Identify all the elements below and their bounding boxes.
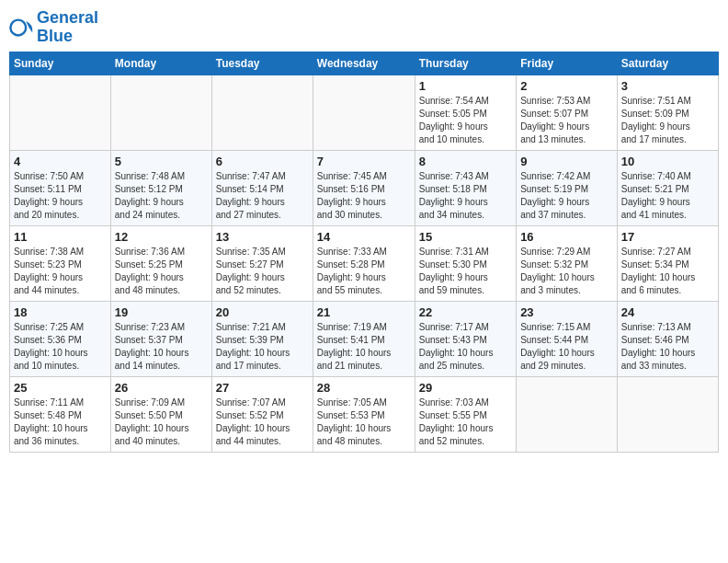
day-number: 9 <box>520 155 613 168</box>
day-number: 29 <box>419 381 512 395</box>
calendar-cell <box>211 75 313 150</box>
day-info: Sunrise: 7:09 AM Sunset: 5:50 PM Dayligh… <box>115 396 208 448</box>
day-number: 4 <box>14 155 107 168</box>
calendar-cell <box>10 75 111 150</box>
calendar-cell <box>313 75 415 150</box>
calendar-cell: 23Sunrise: 7:15 AM Sunset: 5:44 PM Dayli… <box>517 301 618 376</box>
day-info: Sunrise: 7:25 AM Sunset: 5:36 PM Dayligh… <box>14 321 107 373</box>
day-number: 23 <box>520 305 613 319</box>
column-header-saturday: Saturday <box>617 52 718 75</box>
day-number: 17 <box>621 230 714 244</box>
week-row-2: 4Sunrise: 7:50 AM Sunset: 5:11 PM Daylig… <box>10 150 719 225</box>
calendar-cell: 22Sunrise: 7:17 AM Sunset: 5:43 PM Dayli… <box>415 301 516 376</box>
day-info: Sunrise: 7:38 AM Sunset: 5:23 PM Dayligh… <box>14 246 107 297</box>
day-info: Sunrise: 7:33 AM Sunset: 5:28 PM Dayligh… <box>317 246 411 297</box>
column-header-tuesday: Tuesday <box>211 52 313 75</box>
calendar-cell: 12Sunrise: 7:36 AM Sunset: 5:25 PM Dayli… <box>110 225 211 301</box>
column-header-sunday: Sunday <box>10 52 111 75</box>
day-info: Sunrise: 7:21 AM Sunset: 5:39 PM Dayligh… <box>216 321 309 373</box>
calendar-cell: 10Sunrise: 7:40 AM Sunset: 5:21 PM Dayli… <box>617 150 718 225</box>
day-info: Sunrise: 7:36 AM Sunset: 5:25 PM Dayligh… <box>115 246 208 297</box>
calendar-cell: 25Sunrise: 7:11 AM Sunset: 5:48 PM Dayli… <box>10 376 111 452</box>
column-header-monday: Monday <box>110 52 211 75</box>
logo: General Blue <box>9 9 98 46</box>
calendar-cell: 5Sunrise: 7:48 AM Sunset: 5:12 PM Daylig… <box>110 150 211 225</box>
day-info: Sunrise: 7:35 AM Sunset: 5:27 PM Dayligh… <box>216 246 309 297</box>
day-info: Sunrise: 7:29 AM Sunset: 5:32 PM Dayligh… <box>520 246 613 297</box>
week-row-3: 11Sunrise: 7:38 AM Sunset: 5:23 PM Dayli… <box>10 225 719 301</box>
day-info: Sunrise: 7:48 AM Sunset: 5:12 PM Dayligh… <box>115 170 208 222</box>
calendar-cell: 15Sunrise: 7:31 AM Sunset: 5:30 PM Dayli… <box>415 225 516 301</box>
day-number: 14 <box>317 230 411 244</box>
column-header-friday: Friday <box>517 52 618 75</box>
day-info: Sunrise: 7:05 AM Sunset: 5:53 PM Dayligh… <box>317 396 411 448</box>
day-info: Sunrise: 7:42 AM Sunset: 5:19 PM Dayligh… <box>520 170 613 222</box>
svg-point-0 <box>10 19 26 35</box>
calendar-cell: 7Sunrise: 7:45 AM Sunset: 5:16 PM Daylig… <box>313 150 415 225</box>
day-number: 12 <box>115 230 208 244</box>
day-number: 20 <box>216 305 309 319</box>
calendar-cell <box>110 75 211 150</box>
day-info: Sunrise: 7:53 AM Sunset: 5:07 PM Dayligh… <box>520 95 613 146</box>
day-number: 6 <box>216 155 309 168</box>
day-info: Sunrise: 7:11 AM Sunset: 5:48 PM Dayligh… <box>14 396 107 448</box>
calendar-cell: 11Sunrise: 7:38 AM Sunset: 5:23 PM Dayli… <box>10 225 111 301</box>
day-number: 28 <box>317 381 411 395</box>
day-number: 16 <box>520 230 613 244</box>
calendar-table: SundayMondayTuesdayWednesdayThursdayFrid… <box>9 52 719 453</box>
day-number: 25 <box>14 381 107 395</box>
day-number: 13 <box>216 230 309 244</box>
day-number: 21 <box>317 305 411 319</box>
day-number: 24 <box>621 305 714 319</box>
week-row-5: 25Sunrise: 7:11 AM Sunset: 5:48 PM Dayli… <box>10 376 719 452</box>
day-info: Sunrise: 7:43 AM Sunset: 5:18 PM Dayligh… <box>419 170 512 222</box>
day-number: 7 <box>317 155 411 168</box>
day-info: Sunrise: 7:31 AM Sunset: 5:30 PM Dayligh… <box>419 246 512 297</box>
week-row-1: 1Sunrise: 7:54 AM Sunset: 5:05 PM Daylig… <box>10 75 719 150</box>
column-header-wednesday: Wednesday <box>313 52 415 75</box>
day-number: 19 <box>115 305 208 319</box>
logo-text: General Blue <box>37 9 98 46</box>
calendar-cell: 27Sunrise: 7:07 AM Sunset: 5:52 PM Dayli… <box>211 376 313 452</box>
calendar-cell <box>617 376 718 452</box>
calendar-cell: 13Sunrise: 7:35 AM Sunset: 5:27 PM Dayli… <box>211 225 313 301</box>
day-info: Sunrise: 7:19 AM Sunset: 5:41 PM Dayligh… <box>317 321 411 373</box>
day-info: Sunrise: 7:15 AM Sunset: 5:44 PM Dayligh… <box>520 321 613 373</box>
week-row-4: 18Sunrise: 7:25 AM Sunset: 5:36 PM Dayli… <box>10 301 719 376</box>
day-number: 26 <box>115 381 208 395</box>
day-info: Sunrise: 7:47 AM Sunset: 5:14 PM Dayligh… <box>216 170 309 222</box>
day-info: Sunrise: 7:50 AM Sunset: 5:11 PM Dayligh… <box>14 170 107 222</box>
calendar-header-row: SundayMondayTuesdayWednesdayThursdayFrid… <box>10 52 719 75</box>
calendar-cell: 24Sunrise: 7:13 AM Sunset: 5:46 PM Dayli… <box>617 301 718 376</box>
calendar-cell: 9Sunrise: 7:42 AM Sunset: 5:19 PM Daylig… <box>517 150 618 225</box>
calendar-cell <box>517 376 618 452</box>
day-number: 15 <box>419 230 512 244</box>
calendar-cell: 21Sunrise: 7:19 AM Sunset: 5:41 PM Dayli… <box>313 301 415 376</box>
day-info: Sunrise: 7:23 AM Sunset: 5:37 PM Dayligh… <box>115 321 208 373</box>
calendar-cell: 1Sunrise: 7:54 AM Sunset: 5:05 PM Daylig… <box>415 75 516 150</box>
calendar-cell: 3Sunrise: 7:51 AM Sunset: 5:09 PM Daylig… <box>617 75 718 150</box>
day-number: 18 <box>14 305 107 319</box>
day-info: Sunrise: 7:51 AM Sunset: 5:09 PM Dayligh… <box>621 95 714 146</box>
day-info: Sunrise: 7:40 AM Sunset: 5:21 PM Dayligh… <box>621 170 714 222</box>
day-info: Sunrise: 7:17 AM Sunset: 5:43 PM Dayligh… <box>419 321 512 373</box>
day-number: 1 <box>419 79 512 93</box>
day-number: 8 <box>419 155 512 168</box>
day-number: 22 <box>419 305 512 319</box>
calendar-cell: 2Sunrise: 7:53 AM Sunset: 5:07 PM Daylig… <box>517 75 618 150</box>
day-number: 3 <box>621 79 714 93</box>
calendar-cell: 19Sunrise: 7:23 AM Sunset: 5:37 PM Dayli… <box>110 301 211 376</box>
day-info: Sunrise: 7:13 AM Sunset: 5:46 PM Dayligh… <box>621 321 714 373</box>
calendar-cell: 18Sunrise: 7:25 AM Sunset: 5:36 PM Dayli… <box>10 301 111 376</box>
day-info: Sunrise: 7:27 AM Sunset: 5:34 PM Dayligh… <box>621 246 714 297</box>
calendar-cell: 8Sunrise: 7:43 AM Sunset: 5:18 PM Daylig… <box>415 150 516 225</box>
day-number: 5 <box>115 155 208 168</box>
day-number: 11 <box>14 230 107 244</box>
calendar-cell: 16Sunrise: 7:29 AM Sunset: 5:32 PM Dayli… <box>517 225 618 301</box>
day-number: 10 <box>621 155 714 168</box>
column-header-thursday: Thursday <box>415 52 516 75</box>
calendar-cell: 14Sunrise: 7:33 AM Sunset: 5:28 PM Dayli… <box>313 225 415 301</box>
day-info: Sunrise: 7:54 AM Sunset: 5:05 PM Dayligh… <box>419 95 512 146</box>
calendar-cell: 6Sunrise: 7:47 AM Sunset: 5:14 PM Daylig… <box>211 150 313 225</box>
calendar-cell: 28Sunrise: 7:05 AM Sunset: 5:53 PM Dayli… <box>313 376 415 452</box>
